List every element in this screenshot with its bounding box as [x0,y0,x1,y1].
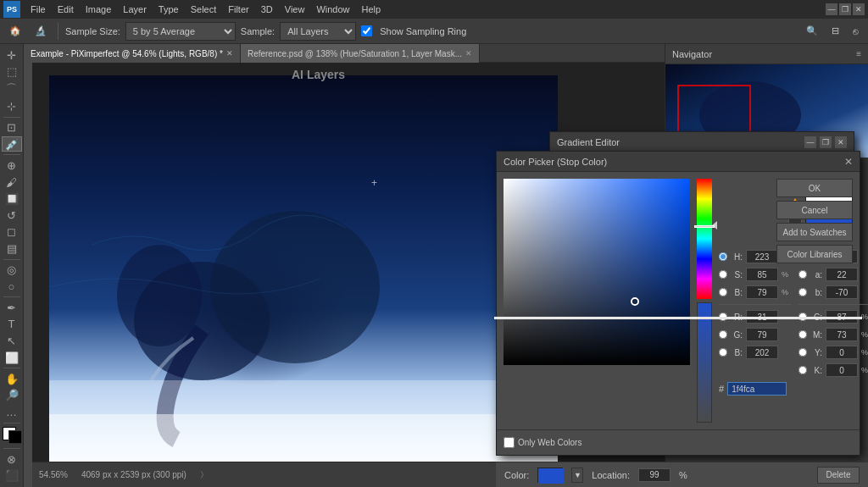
home-button[interactable]: 🏠 [5,23,25,39]
hue-radio[interactable] [719,252,727,261]
magenta-input[interactable] [826,328,858,341]
panel-options-button[interactable]: ≡ [856,49,861,58]
yellow-input[interactable] [826,346,858,359]
add-to-swatches-button[interactable]: Add to Swatches [776,223,853,241]
gradient-editor-minimize[interactable]: — [804,136,816,148]
menu-edit[interactable]: Edit [53,3,79,16]
gradient-editor-maximize[interactable]: ❐ [820,136,832,148]
tab-example[interactable]: Example - PiXimperfect @ 54.6% (Lights, … [24,44,241,63]
alpha-strip[interactable] [697,302,712,423]
search-button[interactable]: 🔍 [802,23,822,39]
color-picker-close-button[interactable]: ✕ [844,156,853,168]
menu-type[interactable]: Type [153,3,184,16]
tool-separator-2 [3,154,20,155]
ge-color-swatch-svg [538,468,564,484]
black-radio[interactable] [798,366,807,374]
eyedropper-icon[interactable]: 🔬 [31,23,51,39]
brightness-input[interactable] [746,285,778,299]
hue-label: H: [731,252,743,262]
app-logo: PS [3,1,20,18]
screen-mode-tool[interactable]: ⬛ [2,468,22,484]
ge-delete-button[interactable]: Delete [817,467,860,484]
show-sampling-ring-checkbox[interactable] [361,25,372,36]
hand-tool[interactable]: ✋ [2,371,22,387]
sample-select[interactable]: All Layers [280,22,356,41]
color-picker-title: Color Picker (Stop Color) [504,157,607,167]
lab-a-radio[interactable] [798,270,807,279]
ge-location-input[interactable]: 99 [638,468,670,482]
canvas-image[interactable]: + [49,75,558,465]
arrange-button[interactable]: ⊟ [827,23,843,39]
marquee-tool[interactable]: ⬚ [2,64,22,80]
menu-window[interactable]: Window [311,3,354,16]
path-select-tool[interactable]: ↖ [2,333,22,349]
pen-tool[interactable]: ✒ [2,300,22,316]
ge-color-swatch[interactable] [537,468,563,483]
lab-b-input[interactable] [826,285,858,299]
minimize-button[interactable]: — [826,3,837,15]
lasso-tool[interactable]: ⌒ [2,80,22,97]
saturation-input[interactable] [746,268,778,281]
gradient-tool[interactable]: ▤ [2,241,22,257]
gradient-editor-close[interactable]: ✕ [835,136,847,148]
share-button[interactable]: ⎋ [849,23,863,39]
brightness-radio[interactable] [719,288,727,296]
brush-tool[interactable]: 🖌 [2,174,22,191]
magenta-radio[interactable] [798,330,807,339]
ok-button[interactable]: OK [776,179,853,197]
toolbox: ✛ ⬚ ⌒ ⊹ ⊡ 💉 ⊕ 🖌 🔲 ↺ ◻ ▤ ◎ ○ ✒ T ↖ ⬜ ✋ 🔎 … [0,44,24,487]
navigation-arrows[interactable]: 〉 [200,469,209,481]
menu-help[interactable]: Help [357,3,387,16]
color-spectrum-cursor [631,297,639,306]
maximize-button[interactable]: ❐ [839,3,851,15]
menu-filter[interactable]: Filter [223,3,253,16]
magic-wand-tool[interactable]: ⊹ [2,98,22,114]
spot-healing-tool[interactable]: ⊕ [2,158,22,174]
sample-size-select[interactable]: 5 by 5 Average [125,22,236,41]
tool-separator-3 [3,259,20,260]
tab-reference-close[interactable]: ✕ [465,49,472,58]
tab-example-close[interactable]: ✕ [226,49,233,58]
menu-view[interactable]: View [280,3,310,16]
shape-tool[interactable]: ⬜ [2,350,22,366]
color-libraries-button[interactable]: Color Libraries [776,245,853,263]
eyedropper-tool[interactable]: 💉 [2,136,22,152]
hue-input[interactable]: 223 [746,250,778,263]
crop-tool[interactable]: ⊡ [2,119,22,136]
background-color[interactable] [8,430,22,444]
stamp-tool[interactable]: 🔲 [2,191,22,207]
color-spectrum[interactable] [504,179,690,365]
cancel-button[interactable]: Cancel [776,201,853,219]
green-label: G: [731,330,743,340]
menu-image[interactable]: Image [81,3,117,16]
lab-a-input[interactable] [826,268,858,281]
dodge-tool[interactable]: ○ [2,279,22,295]
extra-tools[interactable]: … [2,404,22,420]
blur-tool[interactable]: ◎ [2,262,22,278]
only-web-colors-checkbox[interactable] [504,437,515,448]
tab-reference[interactable]: Reference.psd @ 138% (Hue/Saturation 1, … [241,44,480,63]
menu-3d[interactable]: 3D [256,3,278,16]
history-brush-tool[interactable]: ↺ [2,208,22,224]
hue-strip[interactable] [697,179,712,299]
saturation-radio[interactable] [719,270,727,279]
zoom-tool[interactable]: 🔎 [2,388,22,404]
lab-b-radio[interactable] [798,288,807,296]
type-tool[interactable]: T [2,317,22,333]
quick-mask-tool[interactable]: ⊗ [2,451,22,468]
green-input[interactable] [746,328,778,341]
menu-select[interactable]: Select [186,3,222,16]
menu-file[interactable]: File [25,3,51,16]
ge-color-dropdown[interactable]: ▼ [571,468,583,483]
black-input[interactable] [826,363,858,377]
green-radio[interactable] [719,330,727,339]
eraser-tool[interactable]: ◻ [2,224,22,240]
blue-input[interactable] [746,346,778,359]
move-tool[interactable]: ✛ [2,47,22,64]
menu-layer[interactable]: Layer [118,3,152,16]
color-boxes[interactable] [2,427,22,444]
close-button[interactable]: ✕ [853,3,865,15]
yellow-radio[interactable] [798,348,807,357]
hex-input[interactable]: 1f4fca [727,382,787,396]
blue-radio[interactable] [719,348,727,357]
